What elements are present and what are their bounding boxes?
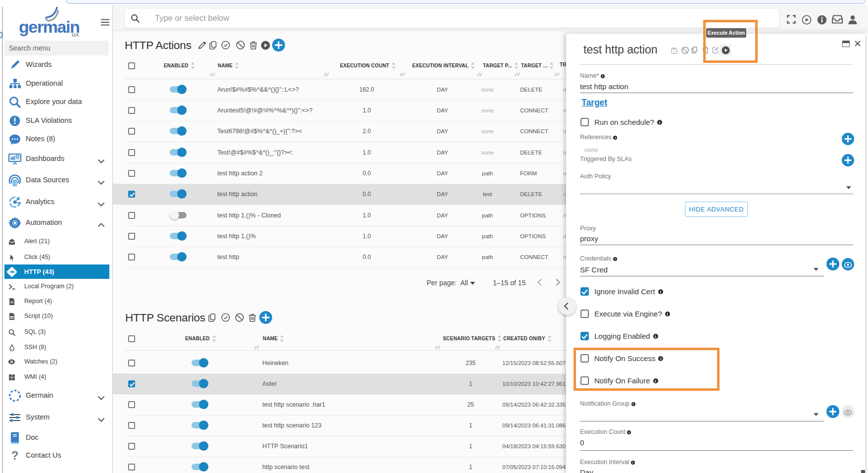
svg-text:ex: ex bbox=[10, 315, 14, 318]
